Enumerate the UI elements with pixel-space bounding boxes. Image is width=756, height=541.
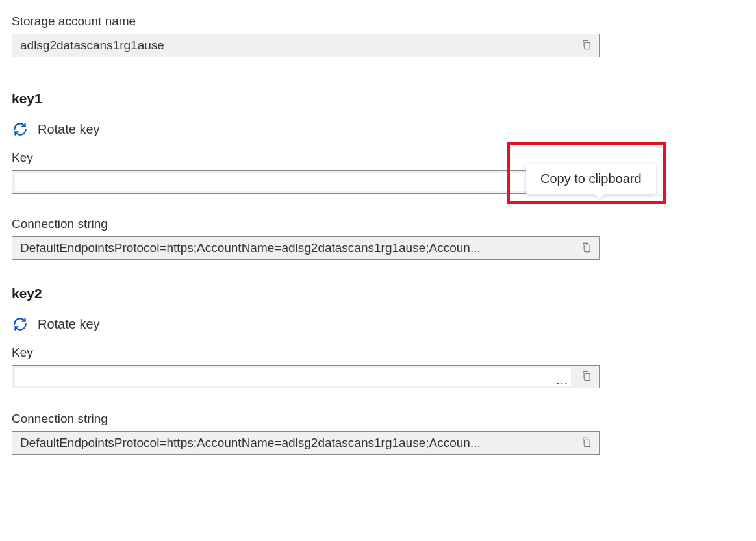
key2-key-field: ... [12,365,600,388]
key1-rotate-label: Rotate key [38,122,100,137]
key1-conn-value[interactable]: DefaultEndpointsProtocol=https;AccountNa… [12,237,573,259]
key1-conn-label: Connection string [12,217,744,231]
key2-key-label: Key [12,346,744,360]
key1-conn-field: DefaultEndpointsProtocol=https;AccountNa… [12,236,600,260]
storage-account-field: adlsg2datascans1rg1ause [12,34,600,57]
key2-conn-copy-button[interactable] [573,432,599,454]
key1-rotate-row[interactable]: Rotate key [12,121,744,138]
storage-account-copy-button[interactable] [573,34,599,57]
svg-rect-0 [585,42,590,49]
copy-icon [581,370,592,384]
svg-rect-3 [585,373,590,381]
key2-rotate-row[interactable]: Rotate key [12,316,744,333]
key2-conn-value[interactable]: DefaultEndpointsProtocol=https;AccountNa… [12,432,573,454]
key2-conn-field: DefaultEndpointsProtocol=https;AccountNa… [12,431,600,455]
key2-key-copy-button[interactable] [573,366,599,388]
key1-conn-copy-button[interactable] [573,237,599,259]
key1-key-label: Key [12,151,744,165]
key2-conn-label: Connection string [12,412,744,426]
copy-tooltip: Copy to clipboard [526,164,656,194]
storage-account-label: Storage account name [12,14,744,29]
rotate-icon [12,121,29,138]
key2-heading: key2 [12,286,744,301]
copy-icon [581,436,592,451]
key2-key-value[interactable]: ... [12,366,573,388]
copy-icon [581,241,592,256]
ellipsis-icon: ... [556,376,568,385]
key1-heading: key1 [12,91,744,107]
rotate-icon [12,316,29,333]
copy-icon [581,38,592,53]
key2-rotate-label: Rotate key [38,317,100,332]
key1-key-value[interactable]: ... [12,171,573,193]
key1-key-field: ... [12,170,600,194]
storage-account-value[interactable]: adlsg2datascans1rg1ause [12,34,573,57]
svg-rect-2 [585,245,590,252]
svg-rect-4 [585,440,590,447]
